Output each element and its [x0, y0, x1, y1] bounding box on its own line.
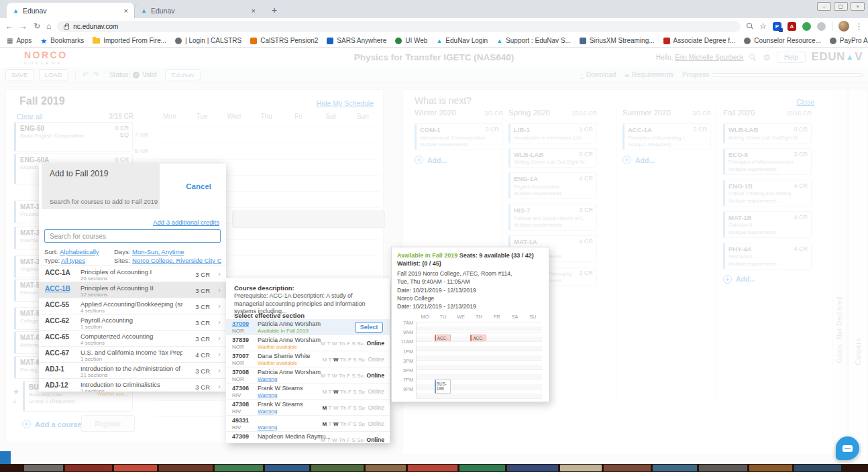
extension-green-icon[interactable]	[802, 22, 811, 31]
tab-close-icon[interactable]: ×	[252, 7, 256, 15]
course-list-row[interactable]: ACC-65Computerized Accounting4 sections3…	[39, 331, 226, 347]
bookmark-item[interactable]: SiriusXM Streaming...	[580, 37, 655, 44]
undo-icon[interactable]: ↶	[83, 70, 89, 79]
search-icon[interactable]	[749, 54, 757, 61]
browser-tab-inactive[interactable]: ▲ Edunav ×	[134, 3, 262, 18]
taskbar-item[interactable]	[507, 465, 558, 471]
redo-icon[interactable]: ↷	[93, 70, 99, 79]
sites-value-link[interactable]: Norco College, Riverside City Col...	[132, 257, 221, 264]
section-row[interactable]: 49331RIVWarningMTWThFSSuOnline	[226, 416, 390, 432]
star-icon[interactable]: ★	[13, 388, 19, 396]
careers-rail[interactable]: Careers	[849, 89, 867, 463]
section-row[interactable]: 47309Napoleon Medina Raymu...MTWThFSSuOn…	[226, 432, 390, 443]
course-search-input[interactable]	[44, 229, 221, 243]
taskbar-item[interactable]	[560, 465, 602, 471]
url-box[interactable]: nc.edunav.com	[57, 21, 741, 32]
term-course-card[interactable]: ACC-1A3 CRPrinciples of Accounting IGrou…	[622, 123, 711, 150]
term-course-card[interactable]: PHY-4A4 CRMechanicsMultiple requirements	[723, 243, 812, 270]
download-link[interactable]: ↓Download	[580, 71, 616, 78]
term-course-card[interactable]: WLB-LAB0 CRWriting Center Lab 2nd Eight …	[508, 148, 597, 168]
bookmark-item[interactable]: UI Web	[395, 37, 427, 44]
edunav-button[interactable]: EduNav	[165, 69, 201, 80]
taskbar-item[interactable]	[408, 465, 457, 471]
new-tab-button[interactable]: +	[267, 3, 282, 17]
bookmark-item[interactable]: CalSTRS Pension2	[250, 37, 318, 44]
browser-menu-icon[interactable]: ⋮	[855, 22, 863, 31]
term-course-card[interactable]: ENG-1B4 CRCritical Thinking and WritingM…	[723, 180, 812, 206]
days-value-link[interactable]: Mon-Sun, Anytime	[132, 248, 184, 255]
forward-icon[interactable]: →	[19, 22, 28, 30]
section-row[interactable]: 37008NORPatricia Anne WorshamWarningMTWT…	[226, 367, 390, 384]
term-course-card[interactable]: LIB-11 CRIntroduction to Information Lit…	[508, 123, 597, 143]
cancel-button[interactable]: Cancel	[186, 182, 211, 190]
list-icon[interactable]: ≡	[13, 398, 17, 405]
add-a-course-link[interactable]: + Add a course...	[22, 420, 88, 428]
add-course-link[interactable]: +Add...	[415, 156, 503, 164]
taskbar-item[interactable]	[215, 465, 263, 471]
bookmark-item[interactable]: Counselor Resource...	[744, 37, 821, 44]
extension-grey-icon[interactable]	[817, 22, 826, 31]
user-name-link[interactable]: Erin Michelle Spurbeck	[675, 54, 743, 61]
bookmark-item[interactable]: ▦Apps	[7, 37, 32, 44]
gear-icon[interactable]: ⚙	[763, 52, 771, 62]
section-status[interactable]: Warning	[258, 376, 278, 382]
bookmark-item[interactable]: | Login | CALSTRS	[175, 37, 241, 44]
add-credits-link[interactable]: Add 3 additional credits	[153, 219, 219, 226]
goals-rail[interactable]: Goals: Not Declared	[832, 89, 847, 441]
help-button[interactable]: Help	[777, 52, 806, 63]
bookmark-star-icon[interactable]: ☆	[759, 21, 767, 31]
minimize-button[interactable]: –	[817, 2, 831, 11]
course-list-row[interactable]: ACC-67U.S. and California Income Tax Pre…	[39, 347, 226, 363]
section-row[interactable]: 47308RIVFrank W StearnsWarningMTWThFSSuO…	[226, 400, 390, 416]
taskbar-item[interactable]	[114, 465, 157, 471]
close-button[interactable]: ×	[851, 2, 865, 11]
term-course-card[interactable]: COM-13 CRInterpersonal CommunicationMult…	[415, 123, 503, 150]
zoom-search-icon[interactable]	[747, 23, 753, 30]
extension-pdf-icon[interactable]: A	[788, 22, 796, 31]
bookmark-item[interactable]: ▲EduNav Login	[436, 37, 488, 44]
course-list-row[interactable]: ADJ-12Introduction to Criminalistics2 se…	[39, 379, 226, 392]
taskbar-item[interactable]	[159, 465, 213, 471]
bookmark-item[interactable]: ▲Support : EduNav S...	[496, 37, 571, 44]
bookmark-item[interactable]: SARS Anywhere	[327, 37, 386, 44]
course-list-row[interactable]: ACC-1BPrinciples of Accounting II12 sect…	[39, 282, 226, 298]
bookmark-item[interactable]: Associate Degree f...	[663, 37, 736, 44]
term-course-card[interactable]: ENG-1A4 CREnglish CompositionMultiple re…	[508, 172, 597, 199]
course-list-row[interactable]: ACC-62Payroll Accounting1 section3 CR›	[39, 314, 226, 331]
refresh-icon[interactable]: ↻	[34, 22, 40, 30]
load-button[interactable]: LOAD	[39, 69, 68, 80]
bookmark-item[interactable]: Imported From Fire...	[93, 37, 166, 44]
close-link[interactable]: Close	[796, 98, 814, 106]
clear-all-link[interactable]: Clear all	[17, 113, 43, 121]
tab-close-icon[interactable]: ×	[124, 7, 128, 15]
taskbar-item[interactable]	[604, 465, 651, 471]
register-button[interactable]: Register	[81, 415, 135, 432]
taskbar-item[interactable]	[65, 465, 112, 471]
norco-college-logo[interactable]: NORCO COLLEGE	[24, 50, 68, 65]
hide-my-schedule-link[interactable]: Hide My Schedule	[317, 99, 374, 107]
section-row[interactable]: 47306RIVFrank W StearnsWarningMTWThFSSuO…	[226, 384, 390, 400]
section-row[interactable]: 37009NORPatricia Anne WorshamAvailable i…	[226, 319, 390, 335]
section-status[interactable]: Warning	[258, 408, 278, 414]
schedule-course-card[interactable]: ENG-50Basic English Composition0 CREQ	[14, 122, 133, 152]
taskbar-item[interactable]	[24, 465, 63, 471]
taskbar-item[interactable]	[699, 465, 747, 471]
taskbar-item[interactable]	[265, 465, 309, 471]
profile-avatar[interactable]	[838, 21, 849, 32]
sort-value-link[interactable]: Alphabetically	[60, 248, 99, 255]
restore-button[interactable]: ▢	[834, 2, 848, 11]
section-row[interactable]: 37007NORDana Sherrie WhiteWaitlist avail…	[226, 351, 390, 367]
add-course-link[interactable]: +Add...	[723, 275, 812, 284]
browser-tab-active[interactable]: ▲ Edunav ×	[7, 3, 134, 18]
taskbar-item[interactable]	[794, 465, 841, 471]
add-course-link[interactable]: +Add...	[622, 156, 711, 164]
taskbar-item[interactable]	[311, 465, 364, 471]
course-list-row[interactable]: ACC-1APrinciples of Accounting I26 secti…	[39, 266, 226, 282]
chat-bubble-button[interactable]	[836, 436, 859, 460]
section-id[interactable]: 37009	[232, 320, 249, 327]
taskbar-item[interactable]	[366, 465, 406, 471]
back-icon[interactable]: ←	[5, 22, 13, 30]
select-button[interactable]: Select	[355, 322, 383, 333]
course-list-row[interactable]: ACC-55Applied Accounting/Bookkeeping (sa…	[39, 298, 226, 314]
term-course-card[interactable]: ECO-83 CRPrinciples of MicroeconomicsMul…	[723, 148, 812, 175]
